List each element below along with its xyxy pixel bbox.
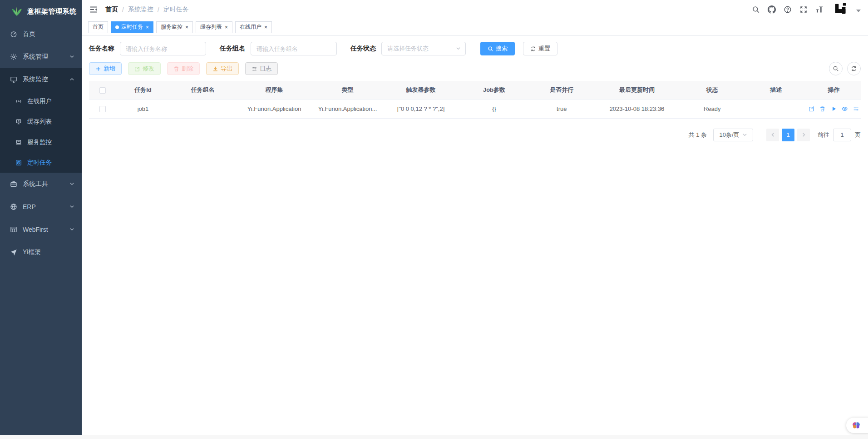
chevron-down-icon [742, 132, 747, 137]
tab-close-icon[interactable]: × [185, 25, 188, 30]
dashboard-icon [10, 30, 17, 38]
fullscreen-icon[interactable] [799, 5, 808, 14]
run-task-icon[interactable] [831, 105, 837, 112]
table-row: job1 Yi.Furion.Application Yi.Furion.App… [89, 99, 861, 118]
col-trigger-args: 触发器参数 [382, 81, 459, 99]
col-updated-at: 最后更新时间 [595, 81, 680, 99]
col-operations: 操作 [807, 81, 861, 99]
app-logo[interactable]: 意框架管理系统 [0, 0, 82, 23]
tab-label: 定时任务 [121, 23, 143, 31]
avatar-caret-icon[interactable] [856, 10, 861, 12]
download-icon [212, 66, 218, 72]
task-group-label: 任务组名 [220, 45, 245, 53]
breadcrumb-separator: / [122, 6, 124, 13]
delete-button[interactable]: 删除 [167, 62, 200, 75]
plus-icon [95, 66, 101, 72]
goto-page-input[interactable] [833, 129, 851, 141]
add-button[interactable]: 新增 [89, 62, 122, 75]
next-page-button[interactable] [797, 129, 810, 141]
page-number-1[interactable]: 1 [782, 129, 794, 141]
navbar-actions [751, 3, 861, 16]
select-all-checkbox[interactable] [99, 87, 106, 94]
search-icon[interactable] [751, 5, 760, 14]
sidebar-item-online-users[interactable]: 在线用户 [0, 91, 82, 111]
task-status-label: 任务状态 [350, 45, 376, 53]
chevron-up-icon [69, 76, 74, 83]
tab-home[interactable]: 首页 [88, 21, 108, 33]
task-name-input[interactable] [120, 42, 206, 55]
cell-task-id: job1 [116, 99, 170, 118]
filter-task-status: 任务状态 请选择任务状态 [350, 42, 466, 55]
reset-button[interactable]: 重置 [523, 42, 557, 55]
cell-trigger-args: ["0 0 0,12 ? * ?",2] [382, 99, 459, 118]
pagination: 共 1 条 10条/页 1 前往 页 [89, 129, 861, 141]
sidebar-item-cache-list[interactable]: 缓存列表 [0, 111, 82, 132]
sidebar-item-system-tools[interactable]: 系统工具 [0, 173, 82, 195]
user-avatar[interactable] [834, 3, 848, 16]
tab-cache-list[interactable]: 缓存列表 × [196, 21, 232, 33]
task-status-select[interactable]: 请选择任务状态 [381, 42, 466, 55]
search-button[interactable]: 搜索 [480, 42, 515, 55]
row-operations [809, 105, 859, 112]
goto-label: 前往 [818, 131, 829, 139]
sidebar-item-yi-framework[interactable]: Yi框架 [0, 241, 82, 264]
sidebar-item-webfirst[interactable]: WebFirst [0, 218, 82, 241]
sidebar-item-label: 缓存列表 [27, 118, 52, 126]
sidebar-item-label: 系统管理 [23, 53, 48, 61]
prev-page-button[interactable] [766, 129, 779, 141]
refresh-table-button[interactable] [847, 62, 861, 75]
goto-suffix: 页 [855, 131, 861, 139]
main-area: 首页 / 系统监控 / 定时任务 [82, 0, 868, 439]
log-button[interactable]: 日志 [245, 62, 278, 75]
sidebar-item-system-monitoring[interactable]: 系统监控 [0, 68, 82, 91]
tasks-table: 任务Id 任务组名 程序集 类型 触发器参数 Job参数 是否并行 最后更新时间… [89, 81, 861, 119]
edit-button[interactable]: 修改 [128, 62, 161, 75]
help-icon[interactable] [783, 5, 792, 14]
sidebar: 意框架管理系统 首页 系统管理 系统监控 [0, 0, 82, 435]
tab-close-icon[interactable]: × [264, 25, 267, 30]
col-task-id: 任务Id [116, 81, 170, 99]
cell-job-args: {} [459, 99, 529, 118]
refresh-icon [851, 65, 857, 72]
github-icon[interactable] [767, 5, 776, 14]
delete-row-icon[interactable] [819, 105, 825, 112]
cell-type: Yi.Furion.Application... [313, 99, 382, 118]
assistant-widget[interactable] [846, 418, 868, 433]
tab-close-icon[interactable]: × [225, 25, 228, 30]
view-icon[interactable] [842, 105, 848, 112]
sidebar-item-home[interactable]: 首页 [0, 23, 82, 45]
paper-plane-icon [10, 249, 17, 256]
cell-group-name [170, 99, 236, 118]
chevron-down-icon [69, 180, 74, 188]
toggle-search-button[interactable] [829, 62, 843, 75]
goto-page: 前往 页 [818, 129, 861, 141]
horizontal-scrollbar[interactable] [0, 435, 868, 439]
sidebar-collapse-icon[interactable] [89, 5, 98, 14]
col-description: 描述 [745, 81, 807, 99]
tab-close-icon[interactable]: × [146, 25, 149, 30]
tab-online-users[interactable]: 在线用户 × [235, 21, 272, 33]
sidebar-item-erp[interactable]: ERP [0, 195, 82, 218]
tab-scheduled-tasks[interactable]: 定时任务 × [111, 21, 153, 33]
sidebar-item-scheduled-tasks[interactable]: 定时任务 [0, 152, 82, 173]
edit-row-icon[interactable] [809, 105, 814, 112]
font-size-icon[interactable] [815, 5, 824, 14]
breadcrumb-home[interactable]: 首页 [105, 5, 118, 14]
table-header-row: 任务Id 任务组名 程序集 类型 触发器参数 Job参数 是否并行 最后更新时间… [89, 81, 861, 99]
chevron-right-icon [801, 132, 806, 137]
sidebar-item-label: 系统工具 [23, 180, 48, 188]
sidebar-item-system-management[interactable]: 系统管理 [0, 45, 82, 68]
page-size-select[interactable]: 10条/页 [713, 129, 753, 141]
row-checkbox[interactable] [99, 106, 106, 112]
breadcrumb-section: 系统监控 [128, 5, 153, 14]
gear-icon [10, 53, 17, 60]
sidebar-item-service-monitoring[interactable]: 服务监控 [0, 132, 82, 152]
tab-service-monitoring[interactable]: 服务监控 × [156, 21, 193, 33]
task-log-icon[interactable] [853, 105, 859, 112]
col-type: 类型 [313, 81, 382, 99]
laptop-icon [15, 139, 22, 145]
task-group-input[interactable] [251, 42, 337, 55]
app-root: 意框架管理系统 首页 系统管理 系统监控 [0, 0, 868, 439]
export-button[interactable]: 导出 [206, 62, 239, 75]
sidebar-item-label: Yi框架 [23, 248, 41, 256]
